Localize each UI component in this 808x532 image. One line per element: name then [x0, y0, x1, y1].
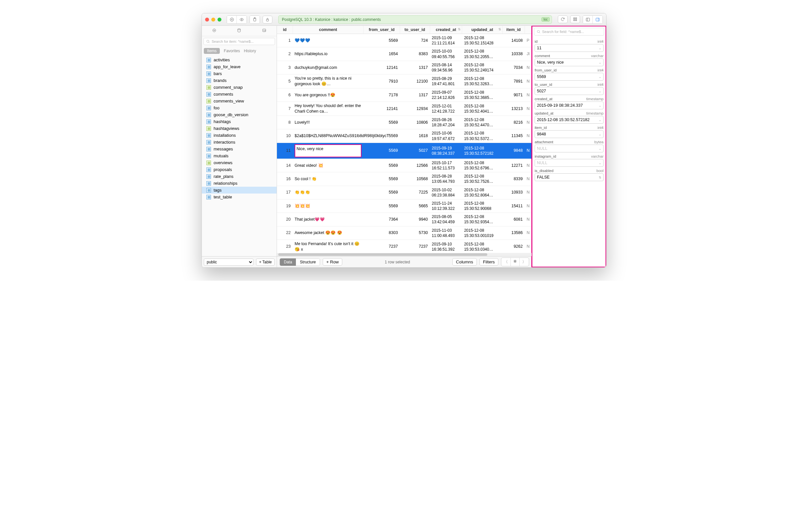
cell[interactable]: Jl [525, 47, 531, 61]
sidebar-item-messages[interactable]: ▦messages [202, 146, 277, 152]
cell[interactable]: 2015-11-09 21:11:21.614 [430, 34, 462, 47]
reload-button[interactable] [558, 15, 568, 23]
prev-page[interactable]: 〈 [501, 258, 511, 266]
cell[interactable]: N [525, 159, 531, 172]
cell[interactable]: N [525, 74, 531, 89]
cell[interactable]: 2015-09-10 16:36:51.392 [430, 240, 462, 253]
columns-button[interactable]: Columns [452, 258, 477, 266]
cell[interactable]: duchuykun@gmail.com [293, 61, 364, 74]
cell[interactable]: 2015-12-08 15:30:52.90068 [462, 199, 502, 212]
tab-history[interactable]: History [244, 49, 256, 53]
cell[interactable]: 8383 [400, 47, 430, 61]
filters-button[interactable]: Filters [479, 258, 498, 266]
table-row[interactable]: 5You're so pretty, this is a nice ni gor… [277, 74, 532, 89]
left-panel-toggle[interactable] [583, 16, 593, 23]
table-row[interactable]: 6You are gorgeous !!😍717813172015-09-07 … [277, 88, 532, 101]
field-value[interactable]: NULL⌄ [535, 145, 604, 152]
cell[interactable]: 2015-12-08 15:30:52.2055… [462, 47, 502, 61]
sidebar-item-brands[interactable]: ▦brands [202, 77, 277, 84]
sidebar-item-test_table[interactable]: ▦test_table [202, 193, 277, 201]
cell[interactable]: 💥💥💥 [293, 199, 364, 212]
cell[interactable]: 16 [277, 172, 293, 186]
cell[interactable]: N [525, 186, 531, 199]
cell[interactable]: 1317 [400, 88, 430, 101]
cell[interactable]: 1654 [364, 47, 400, 61]
table-row[interactable]: 16So cool ! 👏5569105682015-08-28 13:05:4… [277, 172, 532, 186]
add-row-button[interactable]: + Row [323, 258, 342, 266]
cell[interactable]: 6081 [502, 213, 525, 226]
cell[interactable]: 10 [277, 129, 293, 142]
field-value[interactable]: 2015-09-19 08:38:24.337⌄ [535, 101, 604, 109]
table-row[interactable]: 7Hey lovely! You should def. enter the C… [277, 102, 532, 116]
cell[interactable]: N [525, 88, 531, 101]
cell[interactable]: 8216 [502, 116, 525, 129]
cell[interactable]: 724 [400, 34, 430, 47]
cell[interactable]: 2015-11-24 10:12:39.322 [430, 199, 462, 212]
eye-button[interactable] [237, 16, 246, 23]
cell[interactable]: 7178 [364, 88, 400, 101]
cell[interactable]: 9262 [502, 240, 525, 253]
database-icon[interactable] [237, 28, 241, 34]
sidebar-item-mutuals[interactable]: ▦mutuals [202, 152, 277, 159]
right-panel-toggle[interactable] [593, 16, 603, 23]
table-list[interactable]: ▦activities▦app_for_leave▦bars▦brands▦co… [202, 55, 277, 256]
cell[interactable]: 10806 [400, 116, 430, 129]
sidebar-item-relationships[interactable]: ▦relationships [202, 180, 277, 187]
column-header[interactable] [525, 26, 531, 34]
table-row[interactable]: 10$2a$10$HZLN88PNuWWi4ZuS91lb8dR98Ijt0kb… [277, 129, 532, 142]
cell[interactable]: 2015-12-08 15:30:53.0340… [462, 240, 502, 253]
cell[interactable]: 2015-12-08 15:30:52.8064… [462, 186, 502, 199]
cell[interactable]: 23 [277, 240, 293, 253]
sidebar-search[interactable]: Search for item: ^name$... [203, 38, 275, 45]
column-header[interactable]: to_user_id [400, 26, 430, 34]
cell[interactable]: 13586 [502, 226, 525, 240]
next-page[interactable]: 〉 [520, 258, 529, 266]
table-row[interactable]: 1💙💙💙55697242015-11-09 21:11:21.6142015-1… [277, 34, 532, 47]
field-value[interactable]: 5027⌄ [535, 87, 604, 95]
cell[interactable]: 11345 [502, 129, 525, 142]
cell[interactable]: 5 [277, 74, 293, 89]
cell[interactable]: You are gorgeous !!😍 [293, 88, 364, 101]
cell[interactable]: 6 [277, 88, 293, 101]
cell[interactable]: 5569 [364, 142, 400, 159]
cell[interactable]: 9940 [400, 213, 430, 226]
cell[interactable]: N [525, 142, 531, 159]
cell[interactable]: 2015-08-14 09:34:56.96 [430, 61, 462, 74]
sidebar-item-hashtags[interactable]: ▦hashtags [202, 118, 277, 125]
cell[interactable]: N [525, 226, 531, 240]
cell[interactable]: N [525, 172, 531, 186]
sidebar-item-comments[interactable]: ▦comments [202, 91, 277, 98]
close-window[interactable] [205, 18, 209, 21]
cell[interactable]: 12934 [400, 102, 430, 116]
cell[interactable]: So cool ! 👏 [293, 172, 364, 186]
add-table-button[interactable]: + Table [256, 259, 275, 266]
sidebar-item-comments_view[interactable]: ▦comments_view [202, 98, 277, 104]
cell[interactable]: 2015-12-08 15:30:52.4470… [462, 116, 502, 129]
cell[interactable]: 12271 [502, 159, 525, 172]
cell[interactable]: 7364 [364, 213, 400, 226]
cell[interactable]: 5027 [400, 142, 430, 159]
cell[interactable]: That jacket💗💗 [293, 213, 364, 226]
cell[interactable]: 👏👏👏 [293, 186, 364, 199]
cell[interactable]: 10338 [502, 47, 525, 61]
cell[interactable]: 2015-10-17 16:52:11.573 [430, 159, 462, 172]
cell[interactable]: Me too Fernanda! It's cute isn't it 😊😘 x [293, 240, 364, 253]
cell[interactable]: N [525, 199, 531, 212]
cell[interactable]: 5569 [364, 116, 400, 129]
cell[interactable]: 10568 [400, 172, 430, 186]
cell[interactable]: 2015-12-01 12:41:28.722 [430, 102, 462, 116]
cell[interactable]: 12141 [364, 61, 400, 74]
field-value[interactable]: 9848⌄ [535, 130, 604, 138]
cell[interactable]: 5569 [364, 34, 400, 47]
cell[interactable]: 10933 [502, 186, 525, 199]
table-row[interactable]: 19💥💥💥556956652015-11-24 10:12:39.3222015… [277, 199, 532, 212]
cell[interactable]: 2015-08-28 13:05:44.793 [430, 172, 462, 186]
cell[interactable]: N [525, 116, 531, 129]
cell[interactable]: 1317 [400, 61, 430, 74]
column-header[interactable]: item_id [502, 26, 525, 34]
cell[interactable]: N [525, 129, 531, 142]
grid-icon-button[interactable] [570, 15, 580, 23]
cell[interactable]: N [525, 61, 531, 74]
cell[interactable]: 5569 [364, 159, 400, 172]
cell[interactable]: 5569 [364, 186, 400, 199]
